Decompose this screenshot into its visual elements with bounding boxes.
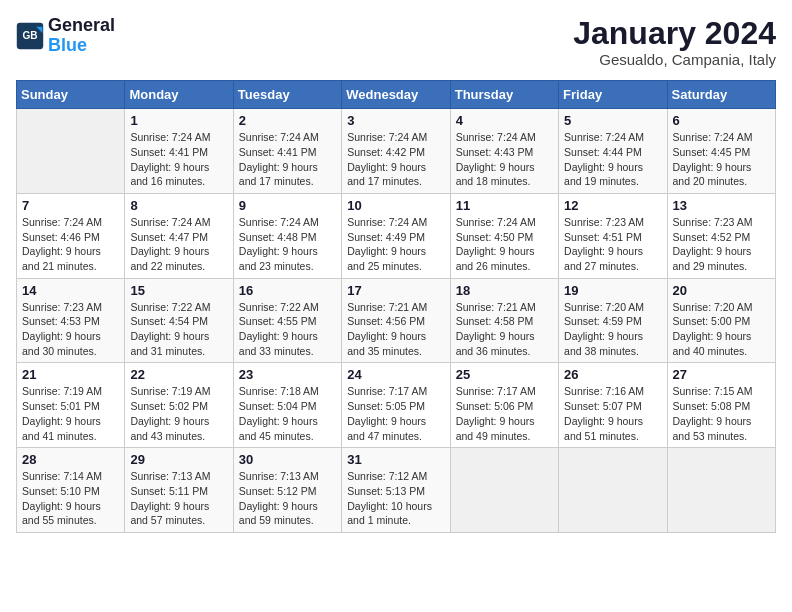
logo-icon: GB (16, 22, 44, 50)
logo: GB General Blue (16, 16, 115, 56)
day-info: Sunrise: 7:24 AM Sunset: 4:41 PM Dayligh… (239, 130, 336, 189)
day-number: 25 (456, 367, 553, 382)
day-info: Sunrise: 7:24 AM Sunset: 4:41 PM Dayligh… (130, 130, 227, 189)
week-row-1: 1Sunrise: 7:24 AM Sunset: 4:41 PM Daylig… (17, 109, 776, 194)
day-info: Sunrise: 7:19 AM Sunset: 5:01 PM Dayligh… (22, 384, 119, 443)
calendar-cell: 17Sunrise: 7:21 AM Sunset: 4:56 PM Dayli… (342, 278, 450, 363)
calendar-cell (559, 448, 667, 533)
day-number: 23 (239, 367, 336, 382)
calendar-cell (667, 448, 775, 533)
day-info: Sunrise: 7:19 AM Sunset: 5:02 PM Dayligh… (130, 384, 227, 443)
calendar-cell: 7Sunrise: 7:24 AM Sunset: 4:46 PM Daylig… (17, 193, 125, 278)
day-number: 15 (130, 283, 227, 298)
day-number: 13 (673, 198, 770, 213)
day-info: Sunrise: 7:24 AM Sunset: 4:42 PM Dayligh… (347, 130, 444, 189)
day-number: 21 (22, 367, 119, 382)
day-info: Sunrise: 7:24 AM Sunset: 4:48 PM Dayligh… (239, 215, 336, 274)
day-info: Sunrise: 7:24 AM Sunset: 4:44 PM Dayligh… (564, 130, 661, 189)
week-row-5: 28Sunrise: 7:14 AM Sunset: 5:10 PM Dayli… (17, 448, 776, 533)
day-number: 29 (130, 452, 227, 467)
calendar-cell: 19Sunrise: 7:20 AM Sunset: 4:59 PM Dayli… (559, 278, 667, 363)
calendar-cell: 1Sunrise: 7:24 AM Sunset: 4:41 PM Daylig… (125, 109, 233, 194)
calendar-cell: 4Sunrise: 7:24 AM Sunset: 4:43 PM Daylig… (450, 109, 558, 194)
day-info: Sunrise: 7:23 AM Sunset: 4:53 PM Dayligh… (22, 300, 119, 359)
day-info: Sunrise: 7:20 AM Sunset: 4:59 PM Dayligh… (564, 300, 661, 359)
page-header: GB General Blue January 2024 Gesualdo, C… (16, 16, 776, 68)
location-subtitle: Gesualdo, Campania, Italy (573, 51, 776, 68)
day-number: 3 (347, 113, 444, 128)
day-info: Sunrise: 7:23 AM Sunset: 4:52 PM Dayligh… (673, 215, 770, 274)
day-number: 26 (564, 367, 661, 382)
day-info: Sunrise: 7:22 AM Sunset: 4:54 PM Dayligh… (130, 300, 227, 359)
svg-text:GB: GB (22, 30, 37, 41)
day-info: Sunrise: 7:22 AM Sunset: 4:55 PM Dayligh… (239, 300, 336, 359)
calendar-cell: 9Sunrise: 7:24 AM Sunset: 4:48 PM Daylig… (233, 193, 341, 278)
day-number: 20 (673, 283, 770, 298)
day-number: 9 (239, 198, 336, 213)
day-number: 10 (347, 198, 444, 213)
calendar-cell: 10Sunrise: 7:24 AM Sunset: 4:49 PM Dayli… (342, 193, 450, 278)
calendar-cell: 5Sunrise: 7:24 AM Sunset: 4:44 PM Daylig… (559, 109, 667, 194)
day-number: 14 (22, 283, 119, 298)
day-number: 24 (347, 367, 444, 382)
calendar-cell: 29Sunrise: 7:13 AM Sunset: 5:11 PM Dayli… (125, 448, 233, 533)
calendar-cell: 3Sunrise: 7:24 AM Sunset: 4:42 PM Daylig… (342, 109, 450, 194)
day-info: Sunrise: 7:15 AM Sunset: 5:08 PM Dayligh… (673, 384, 770, 443)
calendar-cell: 30Sunrise: 7:13 AM Sunset: 5:12 PM Dayli… (233, 448, 341, 533)
week-row-3: 14Sunrise: 7:23 AM Sunset: 4:53 PM Dayli… (17, 278, 776, 363)
day-header-wednesday: Wednesday (342, 81, 450, 109)
day-info: Sunrise: 7:21 AM Sunset: 4:58 PM Dayligh… (456, 300, 553, 359)
day-info: Sunrise: 7:20 AM Sunset: 5:00 PM Dayligh… (673, 300, 770, 359)
day-header-sunday: Sunday (17, 81, 125, 109)
day-info: Sunrise: 7:24 AM Sunset: 4:46 PM Dayligh… (22, 215, 119, 274)
day-info: Sunrise: 7:24 AM Sunset: 4:47 PM Dayligh… (130, 215, 227, 274)
calendar-cell (17, 109, 125, 194)
calendar-cell: 2Sunrise: 7:24 AM Sunset: 4:41 PM Daylig… (233, 109, 341, 194)
day-info: Sunrise: 7:13 AM Sunset: 5:12 PM Dayligh… (239, 469, 336, 528)
day-number: 18 (456, 283, 553, 298)
day-header-friday: Friday (559, 81, 667, 109)
day-info: Sunrise: 7:14 AM Sunset: 5:10 PM Dayligh… (22, 469, 119, 528)
day-number: 30 (239, 452, 336, 467)
calendar-cell: 15Sunrise: 7:22 AM Sunset: 4:54 PM Dayli… (125, 278, 233, 363)
day-info: Sunrise: 7:21 AM Sunset: 4:56 PM Dayligh… (347, 300, 444, 359)
day-info: Sunrise: 7:17 AM Sunset: 5:05 PM Dayligh… (347, 384, 444, 443)
day-info: Sunrise: 7:16 AM Sunset: 5:07 PM Dayligh… (564, 384, 661, 443)
day-number: 5 (564, 113, 661, 128)
day-header-saturday: Saturday (667, 81, 775, 109)
calendar-cell (450, 448, 558, 533)
day-header-thursday: Thursday (450, 81, 558, 109)
calendar-table: SundayMondayTuesdayWednesdayThursdayFrid… (16, 80, 776, 533)
calendar-cell: 16Sunrise: 7:22 AM Sunset: 4:55 PM Dayli… (233, 278, 341, 363)
day-number: 16 (239, 283, 336, 298)
day-number: 11 (456, 198, 553, 213)
calendar-cell: 13Sunrise: 7:23 AM Sunset: 4:52 PM Dayli… (667, 193, 775, 278)
calendar-cell: 6Sunrise: 7:24 AM Sunset: 4:45 PM Daylig… (667, 109, 775, 194)
day-number: 22 (130, 367, 227, 382)
day-info: Sunrise: 7:24 AM Sunset: 4:50 PM Dayligh… (456, 215, 553, 274)
month-title: January 2024 (573, 16, 776, 51)
calendar-cell: 11Sunrise: 7:24 AM Sunset: 4:50 PM Dayli… (450, 193, 558, 278)
calendar-cell: 24Sunrise: 7:17 AM Sunset: 5:05 PM Dayli… (342, 363, 450, 448)
day-number: 4 (456, 113, 553, 128)
calendar-cell: 25Sunrise: 7:17 AM Sunset: 5:06 PM Dayli… (450, 363, 558, 448)
calendar-cell: 27Sunrise: 7:15 AM Sunset: 5:08 PM Dayli… (667, 363, 775, 448)
day-number: 17 (347, 283, 444, 298)
day-number: 12 (564, 198, 661, 213)
day-info: Sunrise: 7:24 AM Sunset: 4:43 PM Dayligh… (456, 130, 553, 189)
day-info: Sunrise: 7:17 AM Sunset: 5:06 PM Dayligh… (456, 384, 553, 443)
day-number: 28 (22, 452, 119, 467)
calendar-cell: 23Sunrise: 7:18 AM Sunset: 5:04 PM Dayli… (233, 363, 341, 448)
day-header-tuesday: Tuesday (233, 81, 341, 109)
calendar-cell: 8Sunrise: 7:24 AM Sunset: 4:47 PM Daylig… (125, 193, 233, 278)
calendar-cell: 21Sunrise: 7:19 AM Sunset: 5:01 PM Dayli… (17, 363, 125, 448)
week-row-2: 7Sunrise: 7:24 AM Sunset: 4:46 PM Daylig… (17, 193, 776, 278)
week-row-4: 21Sunrise: 7:19 AM Sunset: 5:01 PM Dayli… (17, 363, 776, 448)
day-number: 19 (564, 283, 661, 298)
day-number: 27 (673, 367, 770, 382)
header-row: SundayMondayTuesdayWednesdayThursdayFrid… (17, 81, 776, 109)
calendar-cell: 31Sunrise: 7:12 AM Sunset: 5:13 PM Dayli… (342, 448, 450, 533)
day-number: 6 (673, 113, 770, 128)
day-info: Sunrise: 7:13 AM Sunset: 5:11 PM Dayligh… (130, 469, 227, 528)
calendar-cell: 26Sunrise: 7:16 AM Sunset: 5:07 PM Dayli… (559, 363, 667, 448)
